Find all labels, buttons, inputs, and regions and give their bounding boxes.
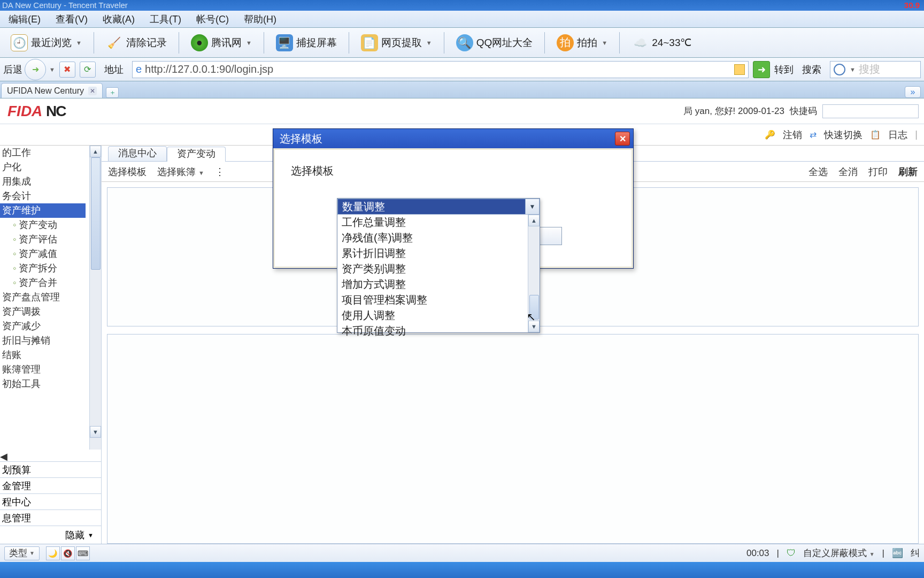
- menu-account[interactable]: 帐号(C): [196, 13, 229, 26]
- dialog-title: 选择模板: [280, 132, 322, 146]
- paipai-button[interactable]: 拍 拍拍 ▼: [552, 32, 612, 54]
- sidebar-section[interactable]: 金管理: [0, 477, 101, 493]
- dropdown-list: 工作总量调整 净残值(率)调整 累计折旧调整 资产类别调整 增加方式调整 项目管…: [337, 215, 540, 332]
- nav-item[interactable]: 账簿管理: [0, 362, 101, 377]
- separator: |: [882, 548, 884, 559]
- select-template-button[interactable]: 选择模板: [108, 165, 147, 178]
- forward-button[interactable]: ➜: [25, 59, 46, 80]
- scroll-down-button[interactable]: ▼: [90, 426, 101, 438]
- nav-item[interactable]: 用集成: [0, 174, 101, 189]
- scroll-thumb[interactable]: [91, 157, 101, 270]
- log-icon: 📋: [870, 130, 881, 140]
- dialog-close-button[interactable]: ✕: [615, 132, 630, 146]
- sidebar-hide-button[interactable]: 隐藏 ▼: [0, 526, 101, 544]
- weather-button[interactable]: ☁️ 24~33℃: [627, 32, 696, 54]
- clear-history-button[interactable]: 🧹 清除记录: [102, 32, 171, 54]
- nav-item[interactable]: ◦ 资产变动: [0, 218, 101, 232]
- type-button[interactable]: 类型▼: [4, 546, 40, 560]
- nav-item-selected[interactable]: 资产维护: [0, 203, 86, 218]
- sidebar-section[interactable]: 息管理: [0, 509, 101, 526]
- separator: |: [777, 548, 779, 559]
- select-all-button[interactable]: 全选: [808, 165, 828, 178]
- refresh-button[interactable]: 刷新: [898, 165, 918, 178]
- dropdown-scrollbar[interactable]: ▲ ▼: [528, 215, 540, 332]
- nav-item[interactable]: 资产减少: [0, 319, 101, 333]
- qq-nav-button[interactable]: 🔍 QQ网址大全: [452, 32, 537, 54]
- close-tab-button[interactable]: ✕: [88, 87, 97, 95]
- encoding-icon: 🔤: [892, 547, 903, 559]
- new-tab-button[interactable]: ＋: [106, 87, 119, 98]
- dropdown-option[interactable]: 增加方式调整: [337, 277, 540, 292]
- dropdown-option[interactable]: 累计折旧调整: [337, 246, 540, 261]
- tabstrip-overflow-button[interactable]: »: [905, 86, 921, 98]
- nav-item[interactable]: 折旧与摊销: [0, 333, 101, 348]
- nav-item[interactable]: 务会计: [0, 189, 101, 203]
- recent-browse-button[interactable]: 🕘 最近浏览 ▼: [6, 32, 86, 54]
- status-icon-sound[interactable]: 🔇: [61, 546, 75, 560]
- chevron-down-icon[interactable]: ▼: [850, 66, 856, 73]
- nav-item[interactable]: 的工作: [0, 146, 101, 160]
- deselect-all-button[interactable]: 全消: [838, 165, 858, 178]
- tencent-button[interactable]: ● 腾讯网 ▼: [187, 32, 256, 54]
- nav-hscrollbar[interactable]: ◀ ▶: [0, 450, 101, 461]
- status-icon-keyboard[interactable]: ⌨: [76, 546, 90, 560]
- windows-taskbar[interactable]: [0, 562, 924, 578]
- nav-item[interactable]: 结账: [0, 348, 101, 362]
- nav-item[interactable]: 资产盘点管理: [0, 290, 101, 305]
- menu-favorites[interactable]: 收藏(A): [103, 13, 135, 26]
- block-mode-button[interactable]: 自定义屏蔽模式 ▼: [803, 547, 875, 559]
- recent-icon: 🕘: [11, 34, 28, 51]
- nav-item[interactable]: 初始工具: [0, 377, 101, 391]
- stop-button[interactable]: ✖: [59, 62, 75, 78]
- dropdown-option[interactable]: 本币原值变动: [337, 323, 540, 339]
- dropdown-option[interactable]: 工作总量调整: [337, 215, 540, 230]
- nav-item[interactable]: 户化: [0, 160, 101, 174]
- menu-edit[interactable]: 编辑(E): [9, 13, 41, 26]
- refresh-button[interactable]: ⟳: [80, 62, 96, 78]
- url-dropdown-button[interactable]: [734, 64, 745, 75]
- dropdown-option[interactable]: 使用人调整: [337, 308, 540, 323]
- chevron-down-icon[interactable]: ▼: [49, 66, 55, 73]
- print-button[interactable]: 打印: [868, 165, 888, 178]
- nav-item[interactable]: ◦ 资产拆分: [0, 261, 101, 276]
- nav-tree[interactable]: 的工作 户化 用集成 务会计 资产维护 ◦ 资产变动 ◦ 资产评估 ◦ 资产减值…: [0, 146, 101, 450]
- dropdown-option[interactable]: 净残值(率)调整: [337, 230, 540, 246]
- scroll-thumb[interactable]: [529, 295, 539, 320]
- sidebar-section[interactable]: 程中心: [0, 493, 101, 509]
- menu-help[interactable]: 帮助(H): [244, 13, 276, 26]
- scroll-left-button[interactable]: ◀: [0, 450, 101, 461]
- scroll-up-button[interactable]: ▲: [528, 215, 540, 226]
- url-input[interactable]: e http://127.0.0.1:90/login.jsp: [132, 61, 749, 78]
- logout-link[interactable]: 注销: [783, 128, 802, 141]
- menu-tools[interactable]: 工具(T): [150, 13, 181, 26]
- dropdown-option[interactable]: 资产类别调整: [337, 261, 540, 277]
- log-link[interactable]: 日志: [888, 128, 907, 141]
- browser-tab[interactable]: UFIDA New Century ✕: [1, 83, 103, 98]
- status-icon-moon[interactable]: 🌙: [46, 546, 60, 560]
- nav-item[interactable]: 资产调拨: [0, 305, 101, 319]
- menu-view[interactable]: 查看(V): [56, 13, 88, 26]
- quickcode-input[interactable]: [822, 104, 919, 118]
- select-book-button[interactable]: 选择账簿 ▼: [157, 165, 204, 178]
- dropdown-toggle-button[interactable]: ▼: [525, 199, 539, 214]
- nav-item[interactable]: ◦ 资产减值: [0, 247, 101, 261]
- tab-message-center[interactable]: 消息中心: [108, 146, 167, 161]
- scroll-down-button[interactable]: ▼: [528, 321, 540, 332]
- nav-item[interactable]: ◦ 资产评估: [0, 232, 101, 247]
- page-extract-button[interactable]: 📄 网页提取 ▼: [357, 32, 436, 54]
- nav-vscrollbar[interactable]: ▲ ▼: [89, 146, 101, 450]
- quick-switch-link[interactable]: 快速切换: [824, 128, 863, 141]
- encoding-button[interactable]: 纠: [911, 547, 920, 559]
- capture-screen-button[interactable]: 🖥️ 捕捉屏幕: [272, 32, 341, 54]
- search-placeholder: 搜搜: [859, 62, 880, 77]
- sidebar-section[interactable]: 划预算: [0, 461, 101, 477]
- dropdown-selected[interactable]: 数量调整 ▼: [337, 199, 540, 215]
- scroll-up-button[interactable]: ▲: [90, 146, 101, 157]
- dropdown-option[interactable]: 项目管理档案调整: [337, 292, 540, 308]
- go-button[interactable]: ➜: [753, 61, 770, 78]
- dialog-titlebar[interactable]: 选择模板 ✕: [273, 129, 633, 148]
- menubar: 编辑(E) 查看(V) 收藏(A) 工具(T) 帐号(C) 帮助(H): [0, 11, 924, 28]
- search-input[interactable]: ▼ 搜搜: [830, 61, 921, 78]
- nav-item[interactable]: ◦ 资产合并: [0, 276, 101, 290]
- tab-asset-change[interactable]: 资产变动: [167, 147, 226, 162]
